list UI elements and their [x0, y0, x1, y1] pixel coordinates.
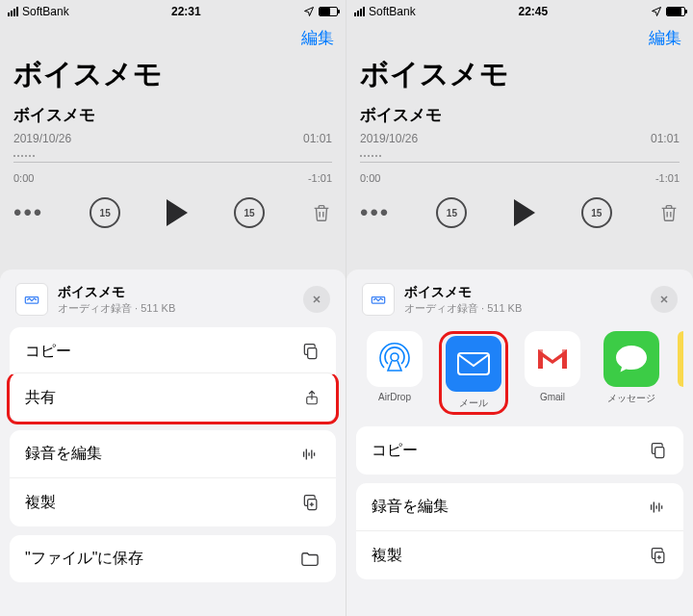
trash-icon: [311, 201, 332, 224]
action-label: 録音を編集: [372, 497, 449, 517]
carrier: SoftBank: [22, 5, 69, 18]
battery-icon: [319, 7, 338, 16]
airdrop-icon: [367, 331, 423, 387]
waveform[interactable]: [360, 153, 680, 170]
skip-forward-button[interactable]: 15: [234, 197, 265, 228]
status-time: 22:45: [519, 5, 549, 18]
share-app-more[interactable]: [676, 331, 683, 415]
time-end: -1:01: [308, 172, 332, 184]
action-label: 録音を編集: [25, 444, 102, 464]
svg-rect-7: [655, 448, 664, 458]
action-label: コピー: [372, 441, 418, 461]
play-icon: [167, 199, 188, 226]
share-sheet: ボイスメモ オーディオ録音 · 511 KB AirDrop メール: [346, 270, 693, 616]
ellipsis-icon: •••: [360, 208, 390, 218]
file-icon: [362, 283, 395, 316]
copy-icon: [301, 341, 321, 362]
memo-title: ボイスメモ: [360, 104, 680, 126]
carrier: SoftBank: [369, 5, 416, 18]
waveform-icon: [299, 446, 321, 463]
more-button[interactable]: •••: [13, 208, 43, 218]
time-start: 0:00: [13, 172, 34, 184]
memo-duration: 01:01: [651, 132, 680, 145]
file-icon: [15, 283, 48, 316]
skip-back-button[interactable]: 15: [436, 197, 467, 228]
close-icon: [311, 294, 322, 305]
share-app-gmail[interactable]: Gmail: [518, 331, 587, 415]
action-share[interactable]: 共有: [7, 372, 339, 424]
folder-icon: [299, 551, 321, 568]
action-edit-recording[interactable]: 録音を編集: [10, 430, 336, 477]
skip-back-button[interactable]: 15: [90, 197, 120, 228]
play-icon: [514, 199, 535, 226]
gmail-icon: [525, 331, 580, 387]
waveform-icon: [647, 499, 668, 516]
app-label: Gmail: [540, 392, 565, 402]
more-button[interactable]: •••: [360, 208, 390, 218]
play-button[interactable]: [167, 199, 188, 226]
delete-button[interactable]: [311, 201, 332, 224]
duplicate-icon: [301, 492, 321, 513]
waveform[interactable]: [13, 153, 332, 170]
ellipsis-icon: •••: [13, 208, 43, 218]
right-screen: SoftBank 22:45 編集 ボイスメモ ボイスメモ 2019/10/26…: [346, 0, 693, 616]
time-start: 0:00: [360, 172, 380, 184]
share-app-messages[interactable]: メッセージ: [597, 331, 666, 415]
close-button[interactable]: [651, 286, 678, 313]
action-label: "ファイル"に保存: [25, 549, 143, 569]
messages-icon: [603, 331, 659, 387]
time-end: -1:01: [655, 172, 680, 184]
action-label: 複製: [372, 546, 402, 566]
sheet-file-name: ボイスメモ: [58, 284, 294, 301]
skip-forward-button[interactable]: 15: [581, 197, 612, 228]
sheet-file-name: ボイスメモ: [404, 284, 641, 301]
app-title: ボイスメモ: [360, 55, 680, 94]
signal-icon: [8, 7, 18, 16]
notes-icon: [678, 331, 683, 387]
memo-duration: 01:01: [303, 132, 332, 145]
memo-date: 2019/10/26: [360, 132, 418, 145]
mail-icon: [446, 336, 501, 392]
trash-icon: [658, 201, 680, 224]
action-label: 複製: [25, 493, 56, 513]
edit-button[interactable]: 編集: [649, 27, 681, 49]
edit-button[interactable]: 編集: [301, 27, 334, 49]
signal-icon: [354, 7, 365, 16]
svg-point-5: [391, 353, 398, 361]
share-sheet: ボイスメモ オーディオ録音 · 511 KB コピー 共有: [0, 270, 346, 616]
copy-icon: [649, 440, 668, 461]
app-title: ボイスメモ: [13, 55, 332, 94]
sheet-file-subtitle: オーディオ録音 · 511 KB: [58, 301, 294, 316]
action-label: コピー: [25, 342, 71, 362]
location-icon: [651, 6, 662, 17]
status-bar: SoftBank 22:45: [346, 0, 693, 23]
svg-rect-1: [308, 348, 317, 359]
action-save-to-files[interactable]: "ファイル"に保存: [10, 535, 336, 582]
status-time: 22:31: [171, 5, 201, 18]
sheet-file-subtitle: オーディオ録音 · 511 KB: [404, 301, 641, 316]
location-icon: [303, 6, 315, 17]
app-label: AirDrop: [378, 392, 411, 402]
action-duplicate[interactable]: 複製: [10, 477, 336, 526]
close-icon: [658, 294, 670, 305]
action-label: 共有: [25, 388, 56, 408]
app-label: メール: [459, 397, 488, 410]
action-duplicate[interactable]: 複製: [356, 530, 683, 579]
battery-icon: [666, 7, 685, 16]
share-app-airdrop[interactable]: AirDrop: [360, 331, 429, 415]
memo-title: ボイスメモ: [13, 104, 332, 126]
app-label: メッセージ: [607, 392, 655, 405]
close-button[interactable]: [303, 286, 330, 313]
action-edit-recording[interactable]: 録音を編集: [356, 483, 683, 530]
svg-rect-6: [458, 353, 489, 374]
share-app-mail[interactable]: メール: [439, 331, 508, 415]
nav-bar: 編集: [346, 23, 693, 49]
share-apps-row: AirDrop メール Gmail メッセージ: [356, 327, 683, 426]
action-copy[interactable]: コピー: [356, 426, 683, 475]
status-bar: SoftBank 22:31: [0, 0, 346, 23]
action-copy[interactable]: コピー: [10, 327, 336, 375]
play-button[interactable]: [514, 199, 535, 226]
left-screen: SoftBank 22:31 編集 ボイスメモ ボイスメモ 2019/10/26…: [0, 0, 346, 616]
delete-button[interactable]: [658, 201, 680, 224]
nav-bar: 編集: [0, 23, 346, 49]
